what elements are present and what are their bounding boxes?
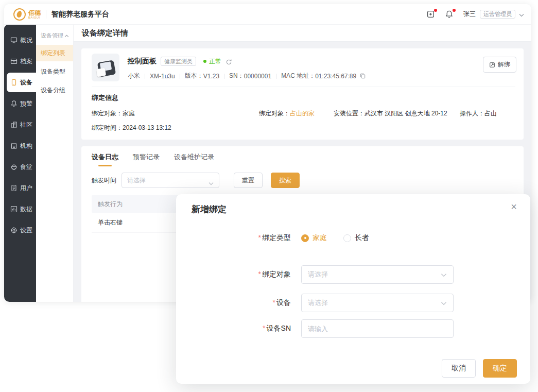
confirm-button[interactable]: 确定 <box>483 359 517 378</box>
device-sn-label: SN： <box>229 72 244 80</box>
sidebar-item-label: 设备 <box>20 78 32 87</box>
binding-time-field: 绑定时间：2024-03-13 13:12 <box>92 124 515 132</box>
device-sn-input[interactable] <box>301 319 454 338</box>
organization-icon <box>10 142 18 149</box>
tab-device-log[interactable]: 设备日志 <box>92 152 118 166</box>
device-thumbnail <box>92 54 119 81</box>
logo-text: 佰穗 <box>28 10 41 16</box>
select-placeholder: 请选择 <box>127 176 146 185</box>
binding-object-field: 绑定对象：占山的家 <box>259 109 315 118</box>
submenu-group-label: 设备管理 <box>41 32 63 40</box>
submenu-item-binding-list[interactable]: 绑定列表 <box>36 45 73 61</box>
copy-icon[interactable] <box>359 73 366 79</box>
notification-dot <box>434 9 437 12</box>
select-placeholder: 请选择 <box>308 298 328 308</box>
device-name: 控制面板 <box>128 57 157 66</box>
radio-family[interactable]: 家庭 <box>301 233 327 243</box>
device-icon <box>10 79 18 86</box>
community-icon <box>10 121 18 128</box>
user-role-badge: 运营管理员 <box>480 10 515 19</box>
device-select[interactable]: 请选择 <box>301 294 454 312</box>
sidebar-item-institutions[interactable]: 机构 <box>4 136 36 156</box>
required-asterisk: * <box>258 233 261 242</box>
chevron-down-icon <box>441 270 447 279</box>
page-title: 设备绑定详情 <box>82 28 128 38</box>
modal-title: 新增绑定 <box>192 203 227 215</box>
submenu-item-label: 设备类型 <box>41 67 65 76</box>
document-add-icon[interactable] <box>426 10 436 19</box>
binding-target-select[interactable]: 请选择 <box>301 265 454 284</box>
secondary-sidebar: 设备管理 绑定列表 设备类型 设备分组 <box>36 25 74 302</box>
required-asterisk: * <box>258 270 261 278</box>
chevron-up-icon <box>64 35 69 38</box>
user-name: 张三 <box>463 10 476 19</box>
binding-type-radios: 家庭 长者 <box>301 233 386 243</box>
tab-maintenance-records[interactable]: 设备维护记录 <box>174 152 214 166</box>
tab-bar: 设备日志 预警记录 设备维护记录 <box>92 152 513 166</box>
device-sn: 00000001 <box>244 73 271 80</box>
binding-target-field: 绑定对象：家庭 <box>92 109 135 118</box>
binding-object-link[interactable]: 占山的家 <box>290 110 315 117</box>
device-mac-label: MAC 地址： <box>281 72 315 80</box>
sidebar-item-devices[interactable]: 设备 <box>7 73 36 92</box>
chevron-down-icon <box>209 178 214 182</box>
filter-row: 触发时间 请选择 重置 搜索 <box>92 173 513 188</box>
sidebar-item-community[interactable]: 社区 <box>4 115 36 134</box>
close-icon[interactable]: × <box>511 201 517 212</box>
device-version: V1.23 <box>203 73 219 80</box>
sidebar-item-label: 食堂 <box>20 163 32 172</box>
operator-field: 操作人：占山 <box>460 109 497 118</box>
sidebar-item-users[interactable]: 用户 <box>4 178 36 198</box>
submenu-item-label: 设备分组 <box>41 86 65 95</box>
archive-icon <box>10 58 18 65</box>
device-brand: 小米 <box>128 72 140 80</box>
device-sn-label: *设备SN <box>176 324 291 333</box>
sidebar-item-settings[interactable]: 设置 <box>4 220 36 240</box>
sidebar-item-label: 社区 <box>20 121 32 129</box>
dashboard-icon <box>10 37 18 44</box>
cancel-button[interactable]: 取消 <box>442 359 476 378</box>
submenu-item-device-types[interactable]: 设备类型 <box>36 63 73 80</box>
device-status: 正常 <box>203 57 221 66</box>
bell-icon <box>10 100 18 107</box>
binding-target-row: *绑定对象 请选择 <box>176 265 530 284</box>
device-model: XM-1u3u <box>150 73 175 80</box>
sidebar-item-alerts[interactable]: 预警 <box>4 94 36 113</box>
sidebar-item-overview[interactable]: 概况 <box>4 30 36 50</box>
search-button[interactable]: 搜索 <box>271 173 300 188</box>
required-asterisk: * <box>273 298 275 306</box>
logo-icon <box>13 8 26 21</box>
chevron-down-icon <box>519 10 524 19</box>
submenu-item-device-groups[interactable]: 设备分组 <box>36 82 73 98</box>
radio-circle <box>343 234 351 242</box>
user-menu[interactable]: 张三 运营管理员 <box>463 10 524 19</box>
device-sn-row: *设备SN <box>176 319 530 338</box>
radio-circle <box>301 234 309 242</box>
device-category-badge: 健康监测类 <box>161 57 196 66</box>
submenu-group-device-management[interactable]: 设备管理 <box>36 30 73 45</box>
refresh-icon[interactable] <box>225 58 232 65</box>
sidebar-item-data[interactable]: 数据 <box>4 199 36 219</box>
notification-dot <box>453 9 456 12</box>
sidebar-item-label: 概况 <box>20 36 32 45</box>
app-header: 佰穗 BAISUI 智能养老服务平台 张三 运营管理员 <box>4 4 531 25</box>
status-dot <box>203 60 206 63</box>
header-divider <box>46 10 46 19</box>
unbind-button[interactable]: 解绑 <box>483 57 516 73</box>
install-location-field: 安装位置：武汉市 汉阳区 创意天地 20-12 <box>334 109 447 118</box>
chevron-down-icon <box>441 298 447 308</box>
card-divider <box>92 87 515 87</box>
status-text: 正常 <box>209 57 221 66</box>
sidebar-item-canteen[interactable]: 食堂 <box>4 157 36 177</box>
page-title-bar: 设备绑定详情 <box>74 25 531 42</box>
trigger-time-label: 触发时间 <box>92 176 116 185</box>
tab-alert-records[interactable]: 预警记录 <box>133 152 160 166</box>
device-version-label: 版本： <box>185 72 203 80</box>
sidebar-item-archives[interactable]: 档案 <box>4 52 36 71</box>
reset-button[interactable]: 重置 <box>234 173 263 188</box>
trigger-time-select[interactable]: 请选择 <box>122 173 219 188</box>
bell-icon[interactable] <box>445 10 454 19</box>
sidebar-item-label: 用户 <box>20 184 32 193</box>
radio-elder[interactable]: 长者 <box>343 233 369 243</box>
unbind-button-label: 解绑 <box>498 60 510 69</box>
